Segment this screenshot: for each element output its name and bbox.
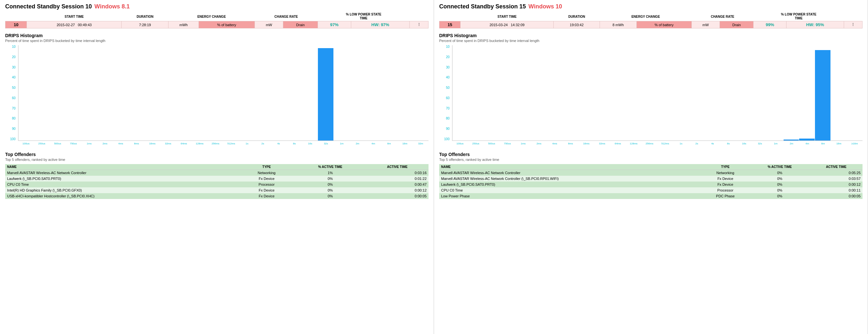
offender-type-3: Fx Device xyxy=(239,187,294,193)
y-label-100-2: 100 xyxy=(439,138,451,141)
cell-drain-1: Drain xyxy=(283,21,318,28)
cell-more-1[interactable]: ⋮ xyxy=(409,21,428,28)
offender-row-1: Laufwerk (\_SB.PCI0.SAT0.PRT0) Fx Device… xyxy=(5,176,429,181)
x-label-10: 64ms xyxy=(610,142,626,145)
th-name-2: NAME xyxy=(439,164,701,170)
cell-battery-2: % of battery xyxy=(637,21,691,28)
y-label-100-1: 100 xyxy=(5,138,17,141)
y-label-90-2: 90 xyxy=(439,127,451,131)
x-label-4: 1ms xyxy=(515,142,531,145)
offender-name-2: Laufwerk (\_SB.PCI0.SAT0.PRT0) xyxy=(439,181,701,187)
x-label-5: 2ms xyxy=(97,142,113,145)
cell-more-2[interactable]: ⋮ xyxy=(844,21,862,28)
x-label-1: 250us xyxy=(34,142,50,145)
x-label-19: 32s xyxy=(318,142,334,145)
session-header-1: Connected Standby Session 10 Windows 8.1 xyxy=(5,3,429,10)
x-label-3: 750us xyxy=(65,142,81,145)
cell-id-2: 15 xyxy=(439,21,461,28)
th-more-1 xyxy=(409,12,428,21)
chart-2: 100 90 80 70 60 50 40 30 20 10 100us250u… xyxy=(439,45,863,148)
y-axis-1: 100 90 80 70 60 50 40 30 20 10 xyxy=(5,45,17,141)
offenders-title-2: Top Offenders xyxy=(439,152,863,157)
x-label-20: 1m xyxy=(334,142,350,145)
session-title-1: Connected Standby Session 10 xyxy=(5,3,92,10)
offenders-subtitle-2: Top 5 offenders, ranked by active time xyxy=(439,158,863,162)
x-label-14: 1s xyxy=(239,142,255,145)
panel-session-10: Connected Standby Session 10 Windows 8.1… xyxy=(0,0,434,334)
x-label-12: 256ms xyxy=(642,142,657,145)
offender-name-2: CPU C0 Time xyxy=(5,181,239,187)
th-type-1: TYPE xyxy=(239,164,294,170)
histogram-title-1: DRIPS Histogram xyxy=(5,33,429,38)
y-label-20-2: 20 xyxy=(439,56,451,59)
chart-bars-2 xyxy=(452,45,863,141)
offender-pct-1: 0% xyxy=(750,176,810,181)
y-label-50-1: 50 xyxy=(5,86,17,90)
offender-type-2: Processor xyxy=(239,181,294,187)
th-more-2 xyxy=(844,12,862,21)
offender-type-4: Fx Device xyxy=(239,193,294,199)
x-label-9: 32ms xyxy=(160,142,176,145)
th-pct-active-1: % ACTIVE TIME xyxy=(294,164,366,170)
chart-1: 100 90 80 70 60 50 40 30 20 10 100us250u… xyxy=(5,45,429,148)
y-label-40-2: 40 xyxy=(439,76,451,79)
cell-pct-1: 97% xyxy=(317,21,351,28)
offender-type-2: Fx Device xyxy=(701,181,750,187)
x-label-21: 2m xyxy=(350,142,366,145)
bar-19 xyxy=(318,48,334,140)
offender-time-1: 0:01:22 xyxy=(366,176,429,181)
x-label-18: 16s xyxy=(736,142,752,145)
offenders-title-1: Top Offenders xyxy=(5,152,429,157)
offender-time-4: 0:00:05 xyxy=(366,193,429,199)
offender-pct-3: 0% xyxy=(294,187,366,193)
x-labels-2: 100us250us500us750us1ms2ms4ms8ms16ms32ms… xyxy=(452,141,863,145)
th-duration-2: DURATION xyxy=(554,12,600,21)
cell-mw-2: mW xyxy=(692,21,720,28)
th-energy-1: ENERGY CHANGE xyxy=(168,12,255,21)
cell-date-2: 2015-03-24 14:32:09 xyxy=(461,21,554,28)
session-os-1: Windows 8.1 xyxy=(94,3,130,10)
th-pct-active-2: % ACTIVE TIME xyxy=(750,164,810,170)
x-label-16: 4s xyxy=(705,142,720,145)
offender-time-3: 0:00:12 xyxy=(366,187,429,193)
offender-time-2: 0:00:47 xyxy=(366,181,429,187)
x-label-18: 16s xyxy=(302,142,318,145)
cell-hw-1: HW: 97% xyxy=(351,21,410,28)
offender-pct-0: 0% xyxy=(750,170,810,176)
x-label-1: 250us xyxy=(468,142,484,145)
cell-id-1: 10 xyxy=(5,21,27,28)
offender-name-1: Marvell AVASTAR Wireless-AC Network Cont… xyxy=(439,176,701,181)
histogram-title-2: DRIPS Histogram xyxy=(439,33,863,38)
x-label-2: 500us xyxy=(484,142,500,145)
x-axis-2: 100us250us500us750us1ms2ms4ms8ms16ms32ms… xyxy=(452,141,863,148)
cell-pct-2: 99% xyxy=(753,21,786,28)
offender-type-1: Fx Device xyxy=(701,176,750,181)
x-label-3: 750us xyxy=(499,142,515,145)
offender-pct-4: 0% xyxy=(294,193,366,199)
x-label-11: 128ms xyxy=(192,142,208,145)
offenders-subtitle-1: Top 5 offenders, ranked by active time xyxy=(5,158,429,162)
x-label-9: 32ms xyxy=(594,142,610,145)
y-label-50-2: 50 xyxy=(439,86,451,90)
histogram-subtitle-1: Percent of time spent in DRIPS bucketed … xyxy=(5,39,429,43)
x-label-22: 4m xyxy=(366,142,381,145)
cell-duration-2: 19:03:42 xyxy=(554,21,600,28)
offender-time-3: 0:00:11 xyxy=(810,187,863,193)
offender-row-4: Low Power Phase PDC Phase 0% 0:00:05 xyxy=(439,193,863,199)
x-axis-1: 100us250us500us750us1ms2ms4ms8ms16ms32ms… xyxy=(18,141,429,148)
x-label-24: 16m xyxy=(397,142,413,145)
y-label-10-2: 10 xyxy=(439,45,451,48)
offender-pct-2: 0% xyxy=(294,181,366,187)
offender-name-3: CPU C0 Time xyxy=(439,187,701,193)
x-label-15: 2s xyxy=(689,142,705,145)
y-label-90-1: 90 xyxy=(5,127,17,131)
offender-name-0: Marvell AVASTAR Wireless-AC Network Cont… xyxy=(439,170,701,176)
x-label-11: 128ms xyxy=(626,142,642,145)
th-start-time-2: START TIME xyxy=(461,12,554,21)
cell-mw-1: mW xyxy=(255,21,283,28)
x-label-8: 16ms xyxy=(145,142,160,145)
x-label-4: 1ms xyxy=(81,142,97,145)
th-change-rate-1: CHANGE RATE xyxy=(255,12,318,21)
x-label-16: 4s xyxy=(271,142,286,145)
cell-mwh-2: 8 mWh xyxy=(600,21,637,28)
